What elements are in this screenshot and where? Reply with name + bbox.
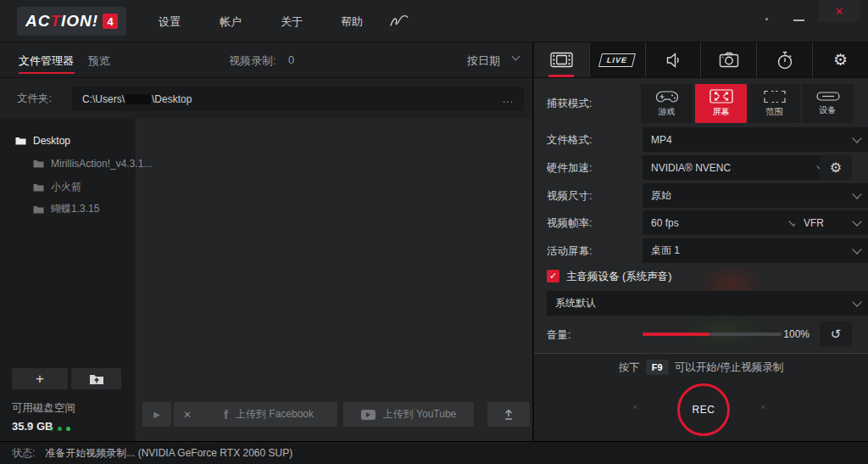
recording-settings-panel: 捕获模式: 游戏 屏幕 范围 设备 文件格式:	[534, 78, 868, 441]
disk-led-2	[58, 427, 62, 431]
tree-item-desktop[interactable]: Desktop	[15, 135, 70, 147]
app-logo: ACTION! 4	[17, 7, 126, 36]
play-icon: ▶	[153, 410, 160, 419]
capture-mode-label-game: 游戏	[659, 106, 676, 118]
menu-settings[interactable]: 设置	[159, 14, 181, 30]
tab-video-recording[interactable]	[534, 42, 589, 77]
tab-screenshot[interactable]	[700, 42, 756, 77]
upload-youtube-button[interactable]: 上传到 YouTube	[343, 402, 474, 427]
disk-space-label: 可用磁盘空间	[12, 401, 75, 416]
app-logo-text: ACTION!	[25, 12, 98, 31]
framerate-mode-value: VFR	[804, 217, 824, 229]
tree-item-label: 蝴蝶1.3.15	[51, 202, 99, 216]
volume-slider[interactable]	[643, 333, 782, 336]
folder-import-icon	[89, 373, 104, 385]
chevron-down-icon	[852, 297, 861, 306]
active-screen-dropdown[interactable]: 桌面 1	[643, 238, 868, 263]
hotkey-prefix: 按下	[619, 361, 640, 375]
upload-youtube-label: 上传到 YouTube	[383, 407, 457, 422]
upload-facebook-button[interactable]: f 上传到 Facebook	[200, 402, 337, 427]
close-button[interactable]: ✕	[819, 0, 860, 22]
chevron-down-icon[interactable]	[512, 53, 520, 61]
tree-item-mirillis[interactable]: MirillisAction!_v4.3.1...	[33, 158, 152, 170]
hw-accel-dropdown[interactable]: NVIDIA® NVENC	[643, 155, 833, 180]
gear-icon: ⚙	[833, 50, 848, 70]
status-label: 状态:	[12, 446, 35, 461]
close-icon: ✕	[835, 5, 844, 18]
add-folder-button[interactable]: +	[12, 368, 68, 389]
device-icon	[816, 91, 840, 102]
import-folder-button[interactable]	[71, 368, 121, 389]
right-tab-bar: LIVE ⚙	[534, 42, 868, 78]
tray-minimize-button[interactable]	[765, 18, 768, 20]
clear-icon: ✕	[183, 409, 192, 421]
delete-button[interactable]: ✕	[174, 402, 201, 427]
hotkey-keycap: F9	[646, 360, 669, 375]
rec-button-label: REC	[693, 404, 715, 416]
chevron-down-icon	[852, 244, 861, 254]
folder-icon	[15, 137, 26, 145]
hw-accel-settings-button[interactable]: ⚙	[820, 155, 852, 180]
tab-settings[interactable]: ⚙	[812, 42, 868, 77]
capture-mode-label-device: 设备	[820, 104, 837, 116]
capture-mode-label: 捕获模式:	[547, 97, 592, 111]
hw-accel-label: 硬件加速:	[547, 161, 592, 176]
menu-about[interactable]: 关于	[281, 14, 303, 30]
capture-mode-device[interactable]: 设备	[802, 84, 854, 123]
primary-audio-checkbox[interactable]: ✓	[547, 270, 559, 282]
gear-icon: ⚙	[830, 159, 842, 176]
speaker-icon	[665, 52, 682, 69]
recordings-count-value: 0	[288, 53, 294, 66]
tab-file-manager[interactable]: 文件管理器	[19, 53, 74, 69]
tab-live-streaming[interactable]: LIVE	[589, 42, 645, 77]
primary-audio-label: 主音频设备 (系统声音)	[566, 270, 671, 284]
disk-space-value: 35.9 GB	[12, 420, 53, 433]
file-format-dropdown[interactable]: MP4	[643, 127, 868, 152]
framerate-label: 视频帧率:	[547, 216, 592, 231]
rec-side-dot-left	[633, 405, 637, 409]
export-button[interactable]	[487, 402, 530, 427]
framerate-dropdown[interactable]: 60 fps	[643, 210, 805, 235]
pen-tool-icon[interactable]	[390, 14, 409, 27]
menu-help[interactable]: 帮助	[341, 14, 363, 30]
framerate-value: 60 fps	[651, 217, 679, 229]
video-size-dropdown[interactable]: 原始	[643, 183, 868, 208]
check-icon: ✓	[549, 271, 557, 282]
gamepad-icon	[655, 90, 679, 103]
capture-mode-screen[interactable]: 屏幕	[695, 84, 747, 123]
tree-item-xiaohuojian[interactable]: 小火箭	[33, 180, 81, 194]
upload-facebook-label: 上传到 Facebook	[236, 407, 314, 422]
minimize-button[interactable]	[793, 20, 804, 21]
sort-by-dropdown[interactable]: 按日期	[467, 53, 500, 69]
audio-device-value: 系统默认	[555, 296, 596, 310]
file-list-area[interactable]	[136, 119, 532, 441]
status-bar: 状态: 准备开始视频录制... (NVIDIA GeForce RTX 2060…	[0, 441, 868, 464]
folder-icon	[33, 183, 44, 192]
recordings-count-label: 视频录制:	[229, 53, 276, 69]
capture-mode-region[interactable]: 范围	[748, 84, 800, 123]
app-version-badge: 4	[103, 14, 118, 29]
tab-audio-recording[interactable]	[645, 42, 701, 77]
folder-path-input[interactable]: C:\Users\\Desktop ...	[72, 87, 524, 111]
youtube-icon	[361, 410, 376, 420]
volume-slider-fill	[643, 333, 709, 336]
film-icon	[550, 52, 573, 68]
tree-item-label: MirillisAction!_v4.3.1...	[51, 158, 152, 170]
live-icon: LIVE	[598, 53, 636, 67]
menu-account[interactable]: 帐户	[220, 14, 242, 30]
capture-mode-game[interactable]: 游戏	[641, 84, 693, 123]
capture-mode-label-region: 范围	[766, 106, 783, 118]
tab-benchmark[interactable]	[756, 42, 812, 77]
hw-accel-value: NVIDIA® NVENC	[651, 162, 731, 174]
rec-button[interactable]: REC	[677, 383, 730, 436]
stopwatch-icon	[776, 51, 793, 70]
play-button[interactable]: ▶	[142, 402, 171, 427]
disk-led-3	[66, 427, 70, 431]
browse-folder-button[interactable]: ...	[503, 93, 514, 105]
audio-device-dropdown[interactable]: 系统默认	[547, 291, 868, 316]
tree-item-hudie[interactable]: 蝴蝶1.3.15	[33, 202, 99, 216]
volume-reset-button[interactable]: ↺	[820, 321, 852, 346]
tab-preview[interactable]: 预览	[88, 53, 110, 69]
hotkey-hint: 按下 F9 可以开始/停止视频录制	[534, 360, 868, 375]
framerate-mode-dropdown[interactable]: VFR	[795, 210, 868, 235]
